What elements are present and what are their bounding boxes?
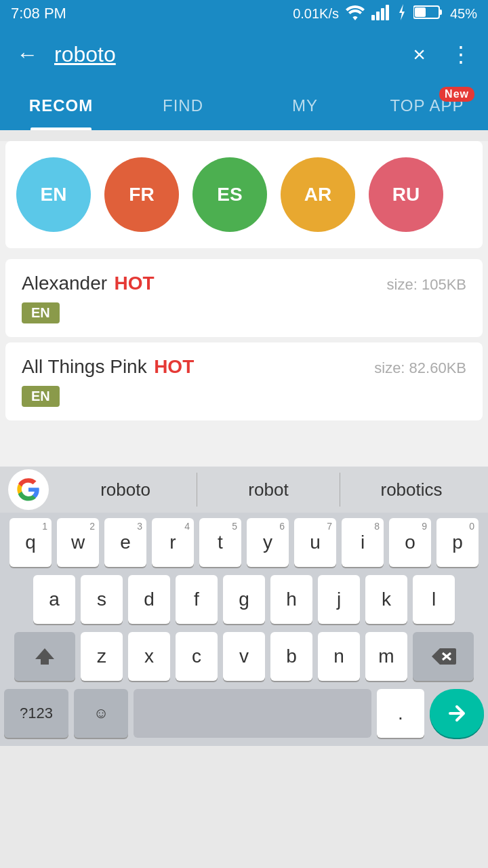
font-size-0: size: 105KB bbox=[387, 276, 466, 294]
key-m[interactable]: m bbox=[365, 632, 407, 681]
numbers-key[interactable]: ?123 bbox=[4, 689, 68, 738]
key-h[interactable]: h bbox=[270, 575, 312, 624]
svg-marker-9 bbox=[35, 648, 54, 665]
svg-marker-4 bbox=[399, 4, 405, 20]
tab-recom[interactable]: RECOM bbox=[0, 81, 122, 130]
key-j[interactable]: j bbox=[318, 575, 360, 624]
delete-key[interactable] bbox=[413, 632, 474, 681]
keyboard-suggestion-bar: roboto robot robotics bbox=[0, 467, 488, 513]
key-b[interactable]: b bbox=[270, 632, 312, 681]
font-item-1[interactable]: All Things Pink HOT size: 82.60KB EN bbox=[5, 342, 483, 420]
key-row-3: z x c v b n m bbox=[4, 632, 484, 681]
key-u[interactable]: 7u bbox=[294, 518, 336, 567]
tab-bar: RECOM FIND MY TOP APP New bbox=[0, 81, 488, 130]
battery-icon bbox=[413, 4, 443, 24]
suggestion-2[interactable]: robotics bbox=[343, 474, 480, 506]
key-i[interactable]: 8i bbox=[342, 518, 384, 567]
more-options-button[interactable]: ⋮ bbox=[445, 39, 477, 70]
font-lang-tag-1: EN bbox=[22, 386, 60, 407]
space-key[interactable] bbox=[134, 689, 371, 738]
language-section: EN FR ES AR RU bbox=[5, 141, 483, 248]
search-bar: ← roboto × ⋮ bbox=[0, 27, 488, 81]
hot-label-0: HOT bbox=[115, 273, 155, 294]
lang-es-circle[interactable]: ES bbox=[192, 157, 267, 232]
svg-rect-6 bbox=[439, 9, 442, 15]
svg-rect-1 bbox=[376, 12, 380, 20]
suggestion-divider-1 bbox=[197, 473, 197, 507]
suggestion-1[interactable]: robot bbox=[200, 474, 337, 506]
key-v[interactable]: v bbox=[223, 632, 265, 681]
emoji-key[interactable]: ☺ bbox=[74, 689, 128, 738]
tab-my-label: MY bbox=[292, 96, 318, 115]
suggestion-divider-2 bbox=[340, 473, 340, 507]
key-f[interactable]: f bbox=[176, 575, 218, 624]
font-item-title-1: All Things Pink HOT bbox=[22, 356, 194, 378]
key-q[interactable]: 1q bbox=[9, 518, 52, 567]
search-query[interactable]: roboto bbox=[54, 42, 396, 67]
wifi-icon bbox=[346, 4, 365, 24]
key-y[interactable]: 6y bbox=[247, 518, 289, 567]
lang-fr-circle[interactable]: FR bbox=[104, 157, 179, 232]
keyboard-area: roboto robot robotics 1q 2w 3e 4r 5t 6y … bbox=[0, 467, 488, 746]
battery-percent: 45% bbox=[450, 6, 477, 22]
svg-rect-2 bbox=[381, 8, 384, 20]
key-l[interactable]: l bbox=[413, 575, 455, 624]
tab-find[interactable]: FIND bbox=[122, 81, 244, 130]
key-r[interactable]: 4r bbox=[152, 518, 194, 567]
lang-ar-circle[interactable]: AR bbox=[281, 157, 355, 232]
lang-ru-label: RU bbox=[392, 184, 420, 205]
lang-fr-label: FR bbox=[129, 184, 154, 205]
key-e[interactable]: 3e bbox=[104, 518, 146, 567]
font-item-0[interactable]: Alexander HOT size: 105KB EN bbox=[5, 259, 483, 337]
search-input-wrapper: roboto bbox=[54, 42, 396, 67]
hot-label-1: HOT bbox=[154, 356, 194, 377]
status-right: 0.01K/s bbox=[293, 4, 477, 24]
tab-my[interactable]: MY bbox=[244, 81, 366, 130]
key-d[interactable]: d bbox=[128, 575, 170, 624]
font-lang-tag-0: EN bbox=[22, 302, 60, 323]
lang-en-label: EN bbox=[41, 184, 67, 205]
enter-key[interactable] bbox=[430, 689, 484, 738]
signal-icon bbox=[371, 4, 390, 24]
key-z[interactable]: z bbox=[81, 632, 123, 681]
font-name-0: Alexander bbox=[22, 273, 107, 294]
shift-key[interactable] bbox=[14, 632, 75, 681]
back-button[interactable]: ← bbox=[11, 37, 43, 73]
main-content: EN FR ES AR RU Alexander HOT size: 105KB… bbox=[0, 141, 488, 467]
key-row-bottom: ?123 ☺ . bbox=[4, 689, 484, 738]
key-n[interactable]: n bbox=[318, 632, 360, 681]
font-item-header-0: Alexander HOT size: 105KB bbox=[22, 273, 466, 294]
key-o[interactable]: 9o bbox=[389, 518, 431, 567]
period-key[interactable]: . bbox=[377, 689, 424, 738]
new-badge: New bbox=[439, 87, 474, 102]
keyboard: 1q 2w 3e 4r 5t 6y 7u 8i 9o 0p a s d f g … bbox=[0, 513, 488, 746]
key-k[interactable]: k bbox=[365, 575, 407, 624]
key-x[interactable]: x bbox=[128, 632, 170, 681]
key-a[interactable]: a bbox=[33, 575, 75, 624]
charging-icon bbox=[397, 4, 407, 24]
font-size-1: size: 82.60KB bbox=[374, 359, 466, 377]
suggestion-0[interactable]: roboto bbox=[57, 474, 194, 506]
tab-recom-label: RECOM bbox=[29, 96, 93, 115]
clear-search-button[interactable]: × bbox=[407, 39, 431, 70]
status-bar: 7:08 PM 0.01K/s bbox=[0, 0, 488, 27]
tab-find-label: FIND bbox=[163, 96, 203, 115]
key-p[interactable]: 0p bbox=[436, 518, 479, 567]
key-w[interactable]: 2w bbox=[57, 518, 99, 567]
font-item-header-1: All Things Pink HOT size: 82.60KB bbox=[22, 356, 466, 378]
font-item-title-0: Alexander HOT bbox=[22, 273, 155, 294]
key-c[interactable]: c bbox=[176, 632, 218, 681]
key-t[interactable]: 5t bbox=[199, 518, 241, 567]
key-g[interactable]: g bbox=[223, 575, 265, 624]
key-row-2: a s d f g h j k l bbox=[4, 575, 484, 624]
lang-ru-circle[interactable]: RU bbox=[369, 157, 443, 232]
search-actions: × ⋮ bbox=[407, 39, 477, 70]
network-speed: 0.01K/s bbox=[293, 6, 339, 22]
svg-rect-0 bbox=[371, 15, 375, 20]
lang-es-label: ES bbox=[217, 184, 242, 205]
key-s[interactable]: s bbox=[81, 575, 123, 624]
lang-ar-label: AR bbox=[304, 184, 331, 205]
tab-topapp[interactable]: TOP APP New bbox=[366, 81, 488, 130]
svg-rect-3 bbox=[386, 5, 389, 20]
lang-en-circle[interactable]: EN bbox=[16, 157, 91, 232]
